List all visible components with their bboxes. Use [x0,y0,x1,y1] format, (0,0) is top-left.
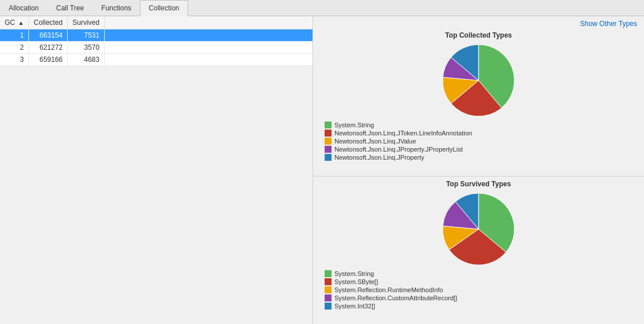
legend-label: System.Reflection.RuntimeMethodInfo [334,286,443,293]
legend-item: System.SByte[] [325,278,457,285]
table-header-row: GC ▲ Collected Survived [0,16,312,30]
cell-spacer [104,54,312,66]
legend-item: Newtonsoft.Json.Linq.JToken.LineInfoAnno… [325,130,472,137]
cell-spacer [104,42,312,54]
legend-color-box [325,130,332,137]
tab-functions[interactable]: Functions [93,0,140,16]
legend-color-box [325,270,332,277]
legend-item: System.String [325,270,457,277]
legend-label: Newtonsoft.Json.Linq.JValue [334,138,416,145]
cell-survived: 3570 [68,42,105,54]
top-survived-pie-container [319,192,638,267]
top-collected-title: Top Collected Types [445,31,512,39]
legend-item: System.Int32[] [325,303,457,310]
legend-color-box [325,303,332,310]
legend-color-box [325,138,332,145]
main-content: GC ▲ Collected Survived 1 663154 753 [0,16,644,324]
cell-collected: 663154 [29,30,68,42]
legend-label: System.String [334,122,374,128]
cell-gc: 3 [0,54,29,66]
table-row[interactable]: 1 663154 7531 [0,30,312,42]
legend-item: Newtonsoft.Json.Linq.JProperty.JProperty… [325,146,472,153]
table-row[interactable]: 3 659166 4683 [0,54,312,66]
legend-color-box [325,286,332,293]
legend-label: System.Int32[] [334,303,375,310]
legend-color-box [325,278,332,285]
legend-item: System.String [325,122,472,128]
col-spacer [104,16,312,30]
legend-label: Newtonsoft.Json.Linq.JToken.LineInfoAnno… [334,130,472,137]
cell-spacer [104,30,312,42]
cell-gc: 1 [0,30,29,42]
gc-table: GC ▲ Collected Survived 1 663154 753 [0,16,312,66]
legend-color-box [325,122,332,128]
legend-label: Newtonsoft.Json.Linq.JProperty [334,154,424,161]
tab-calltree[interactable]: Call Tree [47,0,93,16]
legend-label: System.SByte[] [334,278,378,285]
legend-item: Newtonsoft.Json.Linq.JProperty [325,154,472,161]
legend-label: Newtonsoft.Json.Linq.JProperty.JProperty… [334,146,463,153]
top-collected-section: Top Collected Types System.StringNewtons… [313,31,644,176]
top-survived-pie [441,192,516,267]
top-survived-legend: System.StringSystem.SByte[]System.Reflec… [319,270,457,311]
cell-collected: 621272 [29,42,68,54]
col-gc[interactable]: GC ▲ [0,16,29,30]
right-panel: Show Other Types Top Collected Types Sys… [312,16,644,324]
tab-allocation[interactable]: Allocation [0,0,47,16]
top-survived-section: Top Survived Types System.StringSystem.S… [313,176,644,325]
legend-item: System.Reflection.CustomAttributeRecord[… [325,294,457,301]
tab-collection[interactable]: Collection [140,0,188,16]
legend-color-box [325,154,332,161]
cell-collected: 659166 [29,54,68,66]
legend-color-box [325,146,332,153]
legend-item: Newtonsoft.Json.Linq.JValue [325,138,472,145]
top-collected-pie-container [319,43,638,118]
top-action-bar: Show Other Types [313,16,644,31]
legend-color-box [325,294,332,301]
sort-arrow-gc: ▲ [18,20,24,26]
legend-item: System.Reflection.RuntimeMethodInfo [325,286,457,293]
col-collected[interactable]: Collected [29,16,68,30]
cell-gc: 2 [0,42,29,54]
cell-survived: 7531 [68,30,105,42]
top-collected-pie [441,43,516,118]
top-survived-title: Top Survived Types [446,180,511,188]
legend-label: System.String [334,270,374,277]
table-row[interactable]: 2 621272 3570 [0,42,312,54]
show-other-types-button[interactable]: Show Other Types [578,19,640,29]
cell-survived: 4683 [68,54,105,66]
legend-label: System.Reflection.CustomAttributeRecord[… [334,294,457,301]
col-survived[interactable]: Survived [68,16,105,30]
top-collected-legend: System.StringNewtonsoft.Json.Linq.JToken… [319,122,472,162]
left-panel: GC ▲ Collected Survived 1 663154 753 [0,16,312,324]
tab-bar: Allocation Call Tree Functions Collectio… [0,0,644,16]
